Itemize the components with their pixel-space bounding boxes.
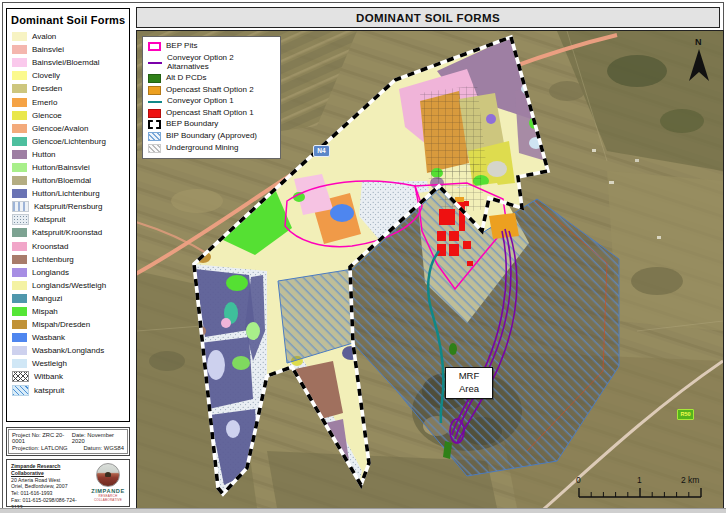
map-legend-label: BEP Pits	[166, 42, 197, 51]
soil-legend-item: katspruit	[10, 384, 127, 397]
soil-swatch	[12, 307, 27, 316]
company-address2: Oriel, Bedfordview, 2007	[11, 483, 86, 490]
project-info-box: Project No: ZRC 20-0001 Date: November 2…	[6, 427, 130, 456]
map-legend-label: Opencast Shaft Option 1	[166, 109, 254, 118]
soil-swatch	[12, 84, 27, 93]
soil-legend-label: Kroonstad	[32, 242, 68, 251]
soil-legend-label: Avalon	[32, 32, 56, 41]
r-road-shield: R50	[677, 409, 694, 420]
company-name: Zimpande Research Collaborative	[11, 463, 86, 477]
bep-pits-swatch	[148, 42, 161, 51]
soil-swatch	[12, 228, 27, 237]
map-legend-label: BEP Boundary	[166, 120, 218, 129]
soil-legend-label: Longlands/Westleigh	[32, 281, 106, 290]
map-legend-item: Conveyor Option 1	[148, 97, 277, 106]
map-canvas[interactable]: N 0 1 2 km BEP PitsConveyor Option 2 Alt…	[136, 30, 724, 509]
soil-swatch	[12, 255, 27, 264]
soil-swatch	[12, 333, 27, 342]
soil-legend-label: Mispah/Dresden	[32, 320, 90, 329]
soil-legend-label: Bainsvlei	[32, 45, 64, 54]
soil-legend-item: Glencoe	[10, 109, 127, 122]
mrf-area-line1: MRF	[446, 370, 492, 383]
map-legend-item: Opencast Shaft Option 1	[148, 109, 277, 118]
soil-swatch	[12, 58, 27, 67]
soil-legend-item: Dresden	[10, 82, 127, 95]
soil-legend-item: Longlands	[10, 266, 127, 279]
soil-legend-label: Clovelly	[32, 71, 60, 80]
scale-tick-2: 2 km	[681, 475, 699, 485]
company-address-block: Zimpande Research Collaborative 20 Arter…	[7, 460, 87, 506]
mrf-area-label: MRF Area	[445, 367, 493, 399]
soil-legend-item: Wasbank	[10, 331, 127, 344]
soil-legend-item: Hutton/Bloemdal	[10, 174, 127, 187]
soil-legend-item: Glencoe/Avalon	[10, 122, 127, 135]
underground-mining-swatch	[148, 144, 161, 153]
soil-swatch	[12, 189, 27, 198]
soil-legend-label: Katspruit	[34, 215, 66, 224]
soil-legend-item: Bainsvlei/Bloemdal	[10, 56, 127, 69]
soil-legend-label: Lichtenburg	[32, 255, 74, 264]
soil-swatch	[12, 124, 27, 133]
map-legend-item: Conveyor Option 2 Altarnatives	[148, 54, 277, 72]
soil-legend-item: Manguzi	[10, 292, 127, 305]
project-datum: Datum: WGS84	[83, 445, 124, 451]
soil-legend-title: Dominant Soil Forms	[11, 14, 127, 26]
soil-legend-label: Hutton/Lichtenburg	[32, 189, 100, 198]
map-legend-label: BIP Boundary (Approved)	[166, 132, 257, 141]
north-label: N	[695, 37, 702, 47]
bep-boundary-swatch	[148, 120, 161, 129]
soil-legend-label: Emerlo	[32, 98, 57, 107]
soil-swatch	[12, 359, 27, 368]
soil-legend-label: Katspruit/Kroonstad	[32, 228, 102, 237]
soil-legend-item: Emerlo	[10, 95, 127, 108]
soil-legend-label: Glencoe/Lichtenburg	[32, 137, 106, 146]
soil-legend-item: Longlands/Westleigh	[10, 279, 127, 292]
soil-legend-label: Westleigh	[32, 359, 67, 368]
map-legend-item: BEP Pits	[148, 42, 277, 51]
soil-legend-item: Mispah	[10, 305, 127, 318]
mrf-area-line2: Area	[446, 383, 492, 396]
soil-swatch	[12, 45, 27, 54]
soil-legend-label: Wasbank	[32, 333, 65, 342]
soil-legend-item: Katspruit/Kroonstad	[10, 226, 127, 239]
soil-legend-panel: Dominant Soil Forms AvalonBainsvleiBains…	[6, 8, 130, 422]
map-legend-item: BIP Boundary (Approved)	[148, 132, 277, 141]
soil-legend-item: Avalon	[10, 30, 127, 43]
soil-legend-label: Longlands	[32, 268, 69, 277]
map-legend-label: Underground Mining	[166, 144, 239, 153]
conveyor-option-2-altarnatives-swatch	[148, 62, 162, 64]
soil-legend-item: Glencoe/Lichtenburg	[10, 135, 127, 148]
soil-legend-item: Hutton/Bainsvlei	[10, 161, 127, 174]
soil-legend-item: Witbank	[10, 370, 127, 383]
map-legend-label: Conveyor Option 1	[167, 97, 234, 106]
soil-swatch	[12, 294, 27, 303]
soil-legend-label: Wasbank/Longlands	[32, 346, 104, 355]
map-legend-item: Underground Mining	[148, 144, 277, 153]
company-logo-icon	[96, 463, 120, 487]
map-legend-label: Alt D PCDs	[166, 74, 206, 83]
map-legend-list: BEP PitsConveyor Option 2 AltarnativesAl…	[148, 42, 277, 153]
soil-legend-label: Hutton	[32, 150, 56, 159]
soil-legend-label: katspruit	[34, 386, 64, 395]
soil-swatch	[12, 32, 27, 41]
soil-swatch	[12, 98, 27, 107]
soil-swatch	[12, 111, 27, 120]
company-logo: ZIMPANDE RESEARCH COLLABORATIVE	[87, 460, 129, 506]
soil-legend-label: Witbank	[34, 372, 63, 381]
soil-swatch	[12, 242, 27, 251]
soil-swatch	[12, 201, 29, 212]
soil-legend-item: Hutton/Lichtenburg	[10, 187, 127, 200]
soil-legend-item: Kroonstad	[10, 240, 127, 253]
map-legend-item: BEP Boundary	[148, 120, 277, 129]
soil-legend-item: Westleigh	[10, 357, 127, 370]
company-address1: 20 Arteria Road West	[11, 477, 86, 484]
soil-swatch	[12, 163, 27, 172]
soil-swatch	[12, 281, 27, 290]
project-number: Project No: ZRC 20-0001	[12, 432, 72, 444]
map-legend-box: BEP PitsConveyor Option 2 AltarnativesAl…	[142, 36, 281, 159]
soil-swatch	[12, 346, 27, 355]
soil-legend-item: Katspruit/Rensburg	[10, 200, 127, 213]
soil-swatch	[12, 214, 29, 225]
soil-legend-item: Katspruit	[10, 213, 127, 226]
soil-legend-label: Glencoe	[32, 111, 62, 120]
